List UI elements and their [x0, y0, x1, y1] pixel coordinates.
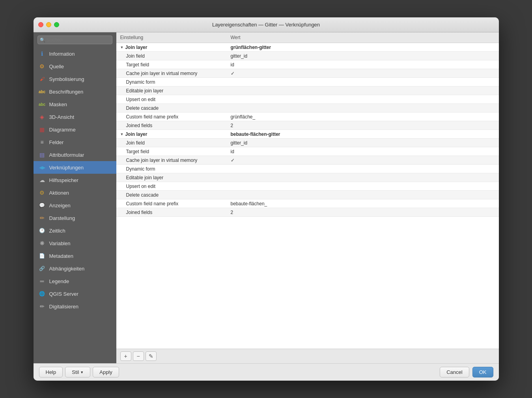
table-row: Joined fields 2 — [116, 208, 499, 217]
sidebar-item-verknupfungen[interactable]: ◀▶ Verknüpfungen — [34, 161, 116, 174]
darstellung-icon: ✏ — [38, 214, 46, 222]
sidebar-item-label: 3D-Ansicht — [49, 114, 75, 120]
edit-join-button[interactable]: ✎ — [146, 351, 157, 361]
sidebar-item-diagramme[interactable]: ▦ Diagramme — [34, 123, 116, 136]
stil-label: Stil — [72, 369, 79, 375]
help-button[interactable]: Help — [39, 367, 63, 377]
masken-icon: abc — [38, 100, 46, 108]
sidebar-item-label: Quelle — [49, 64, 64, 69]
row-value: 2 — [227, 122, 499, 130]
diagramme-icon: ▦ — [38, 126, 46, 133]
row-setting: Dynamic form — [116, 78, 227, 86]
metadaten-icon: 📄 — [38, 252, 46, 260]
row-setting: Editable join layer — [116, 174, 227, 182]
row-value — [227, 90, 499, 92]
sidebar-item-symbolisierung[interactable]: 🖌 Symbolisierung — [34, 73, 116, 85]
variablen-icon: ❋ — [38, 239, 46, 247]
sidebar-item-darstellung[interactable]: ✏ Darstellung — [34, 212, 116, 224]
table-row: Editable join layer — [116, 86, 499, 95]
close-button[interactable] — [38, 22, 43, 27]
symbolisierung-icon: 🖌 — [38, 75, 46, 83]
search-icon: 🔍 — [40, 38, 45, 43]
sidebar-item-label: Symbolisierung — [49, 76, 84, 82]
table-row: Upsert on edit — [116, 182, 499, 191]
sidebar-item-label: QGIS Server — [49, 291, 78, 297]
row-value: grünflächen-gitter — [227, 43, 499, 51]
digitalisieren-icon: ✏ — [38, 302, 46, 310]
row-value: ✓ — [227, 156, 499, 164]
sidebar-item-felder[interactable]: ≡ Felder — [34, 136, 116, 148]
add-join-button[interactable]: + — [120, 351, 131, 361]
row-value: gitter_id — [227, 139, 499, 147]
bottom-toolbar: + − ✎ — [116, 349, 499, 363]
row-value: id — [227, 148, 499, 156]
stil-dropdown-arrow: ▼ — [80, 370, 84, 374]
table-row: Cache join layer in virtual memory ✓ — [116, 156, 499, 165]
sidebar-item-anzeigen[interactable]: 💬 Anzeigen — [34, 199, 116, 212]
beschriftungen-icon: abc — [38, 88, 46, 96]
cancel-button[interactable]: Cancel — [440, 367, 469, 377]
table-row[interactable]: ▼ Join layer bebaute-flächen-gitter — [116, 130, 499, 139]
traffic-lights — [38, 22, 59, 27]
sidebar-item-metadaten[interactable]: 📄 Metadaten — [34, 250, 116, 262]
row-value — [227, 98, 499, 101]
3d-ansicht-icon: ◈ — [38, 113, 46, 121]
stil-button[interactable]: Stil ▼ — [65, 367, 90, 377]
sidebar-item-zeitlich[interactable]: 🕐 Zeitlich — [34, 224, 116, 237]
row-setting: Delete cascade — [116, 191, 227, 199]
sidebar-item-label: Anzeigen — [49, 203, 71, 208]
minimize-button[interactable] — [46, 22, 51, 27]
table-row: Editable join layer — [116, 173, 499, 182]
sidebar-item-label: Zeitlich — [49, 228, 65, 234]
row-setting: ▼ Join layer — [116, 43, 227, 51]
sidebar-item-qgis-server[interactable]: 🌐 QGIS Server — [34, 287, 116, 300]
table-row: Delete cascade — [116, 191, 499, 199]
row-setting: Cache join layer in virtual memory — [116, 69, 227, 77]
sidebar-item-information[interactable]: ℹ Information — [34, 47, 116, 60]
sidebar-item-digitalisieren[interactable]: ✏ Digitalisieren — [34, 300, 116, 313]
content-area: Einstellung Wert ▼ Join layer grünfläche… — [116, 32, 499, 363]
row-value — [227, 81, 499, 83]
sidebar-item-legende[interactable]: ═ Legende — [34, 275, 116, 287]
sidebar-item-label: Aktionen — [49, 190, 69, 196]
sidebar-item-label: Hilfsspeicher — [49, 177, 78, 183]
table-row: Joined fields 2 — [116, 121, 499, 130]
edit-icon: ✎ — [149, 353, 153, 359]
hilfsspeicher-icon: ☁ — [38, 176, 46, 184]
ok-button[interactable]: OK — [472, 367, 493, 377]
row-setting: Join field — [116, 139, 227, 147]
collapse-triangle: ▼ — [120, 45, 124, 49]
sidebar-item-beschriftungen[interactable]: abc Beschriftungen — [34, 85, 116, 98]
main-window: Layereigenschaften — Gitter — Verknüpfun… — [34, 17, 499, 381]
sidebar-item-abhangigkeiten[interactable]: 🔗 Abhängigkeiten — [34, 262, 116, 275]
main-content: 🔍 ℹ Information ⚙ Quelle 🖌 Symbolisierun… — [34, 32, 499, 363]
row-setting: Custom field name prefix — [116, 200, 227, 208]
table-row: Cache join layer in virtual memory ✓ — [116, 69, 499, 78]
table-row: Custom field name prefix grünfläche_ — [116, 113, 499, 121]
sidebar-item-label: Beschriftungen — [49, 89, 84, 95]
sidebar-item-quelle[interactable]: ⚙ Quelle — [34, 60, 116, 73]
sidebar-item-label: Legende — [49, 278, 69, 284]
row-value: id — [227, 61, 499, 69]
sidebar-item-hilfsspeicher[interactable]: ☁ Hilfsspeicher — [34, 174, 116, 186]
sidebar-item-attributformular[interactable]: ▤ Attributformular — [34, 148, 116, 161]
search-bar: 🔍 — [34, 32, 116, 47]
apply-button[interactable]: Apply — [93, 367, 119, 377]
table-row: Join field gitter_id — [116, 139, 499, 147]
sidebar-item-variablen[interactable]: ❋ Variablen — [34, 237, 116, 250]
sidebar-item-aktionen[interactable]: ⚙ Aktionen — [34, 186, 116, 199]
remove-join-button[interactable]: − — [133, 351, 144, 361]
window-title: Layereigenschaften — Gitter — Verknüpfun… — [212, 22, 320, 28]
sidebar-item-label: Abhängigkeiten — [49, 266, 85, 272]
search-input[interactable] — [37, 36, 112, 44]
sidebar-item-3d-ansicht[interactable]: ◈ 3D-Ansicht — [34, 111, 116, 123]
maximize-button[interactable] — [54, 22, 59, 27]
sidebar-item-masken[interactable]: abc Masken — [34, 98, 116, 111]
col-einstellung-header: Einstellung — [116, 34, 227, 41]
row-setting: Delete cascade — [116, 104, 227, 112]
zeitlich-icon: 🕐 — [38, 227, 46, 235]
table-row: Target field id — [116, 60, 499, 69]
table-row[interactable]: ▼ Join layer grünflächen-gitter — [116, 43, 499, 52]
footer-left: Help Stil ▼ Apply — [39, 367, 119, 377]
table-row: Delete cascade — [116, 104, 499, 113]
